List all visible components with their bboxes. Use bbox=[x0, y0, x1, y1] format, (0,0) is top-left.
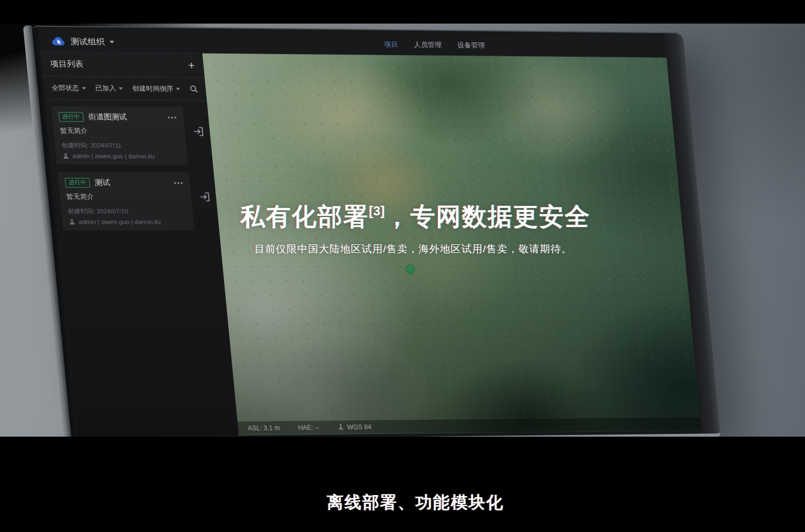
filter-status[interactable]: 全部状态 bbox=[51, 83, 86, 92]
chevron-down-icon bbox=[119, 87, 123, 90]
chevron-down-icon bbox=[82, 87, 86, 89]
org-name: 测试组织 bbox=[70, 36, 105, 47]
sidebar-header: 项目列表 + bbox=[40, 51, 205, 78]
project-card-header: 进行中 街道图测试 bbox=[58, 112, 177, 122]
map-pin[interactable] bbox=[404, 263, 417, 276]
project-members: admin | ziwen.guo | darron.liu bbox=[72, 153, 155, 160]
org-logo-icon bbox=[51, 36, 66, 46]
asl-value: ASL: 3.1 m bbox=[248, 424, 280, 431]
more-menu-icon[interactable] bbox=[173, 182, 183, 185]
datum-label: WGS 84 bbox=[347, 423, 372, 431]
member-icon bbox=[69, 219, 76, 225]
filter-row: 全部状态 已加入 创建时间倒序 bbox=[43, 77, 207, 101]
enter-project-button[interactable] bbox=[198, 191, 212, 204]
project-row: 进行中 街道图测试 暂无简介 创建时间: 2024/07/1 bbox=[45, 100, 213, 166]
project-name: 测试 bbox=[94, 178, 174, 188]
status-badge: 进行中 bbox=[58, 112, 84, 122]
nav-tabs: 项目 人员管理 设备管理 bbox=[383, 34, 486, 55]
add-project-button[interactable]: + bbox=[188, 59, 195, 71]
project-card-header: 进行中 测试 bbox=[65, 178, 184, 188]
filter-status-label: 全部状态 bbox=[51, 83, 79, 92]
photo-background: 测试组织 项目 人员管理 设备管理 项目列表 + bbox=[0, 24, 805, 437]
tab-personnel[interactable]: 人员管理 bbox=[414, 40, 442, 50]
search-icon[interactable] bbox=[189, 85, 199, 93]
filter-joined-label: 已加入 bbox=[95, 84, 116, 93]
project-created: 创建时间: 2024/07/10 bbox=[68, 207, 187, 215]
headline-rest: ，专网数据更安全 bbox=[385, 203, 591, 230]
filter-sort[interactable]: 创建时间倒序 bbox=[132, 84, 181, 94]
datum-item: WGS 84 bbox=[337, 423, 371, 431]
org-switcher[interactable]: 测试组织 bbox=[51, 36, 115, 47]
enter-project-button[interactable] bbox=[191, 125, 206, 138]
headline-main: 私有化部署 bbox=[240, 203, 369, 230]
project-card[interactable]: 进行中 街道图测试 暂无简介 创建时间: 2024/07/1 bbox=[51, 106, 188, 165]
project-card[interactable]: 进行中 测试 暂无简介 创建时间: 2024/07/10 bbox=[57, 172, 194, 230]
project-list-title: 项目列表 bbox=[50, 58, 84, 69]
member-icon bbox=[62, 153, 69, 159]
project-desc: 暂无简介 bbox=[59, 126, 178, 136]
filter-sort-label: 创建时间倒序 bbox=[132, 84, 174, 93]
project-desc: 暂无简介 bbox=[66, 192, 185, 201]
project-members-row: admin | ziwen.guo | darron.liu bbox=[62, 153, 181, 160]
bottom-caption: 离线部署、功能模块化 bbox=[327, 491, 504, 514]
antenna-icon bbox=[337, 424, 344, 431]
project-name: 街道图测试 bbox=[88, 112, 168, 122]
status-badge: 进行中 bbox=[65, 178, 91, 188]
bottom-band: 离线部署、功能模块化 bbox=[0, 437, 805, 532]
project-row: 进行中 测试 暂无简介 创建时间: 2024/07/10 bbox=[51, 166, 219, 231]
chevron-down-icon bbox=[109, 41, 114, 43]
more-menu-icon[interactable] bbox=[167, 116, 177, 119]
project-members-row: admin | ziwen.guo | darron.liu bbox=[69, 219, 188, 225]
filter-joined[interactable]: 已加入 bbox=[95, 84, 123, 93]
tab-projects[interactable]: 项目 bbox=[384, 40, 398, 49]
project-members: admin | ziwen.guo | darron.liu bbox=[78, 219, 161, 225]
hae-value: HAE: -- bbox=[298, 424, 320, 431]
headline: 私有化部署[3]，专网数据更安全 bbox=[240, 200, 590, 234]
project-created: 创建时间: 2024/07/11 bbox=[61, 141, 180, 150]
app-screen: 测试组织 项目 人员管理 设备管理 项目列表 + bbox=[39, 31, 702, 437]
map-statusbar: ASL: 3.1 m HAE: -- W bbox=[237, 417, 701, 435]
chevron-down-icon bbox=[176, 87, 180, 90]
tab-devices[interactable]: 设备管理 bbox=[457, 41, 486, 50]
headline-superscript: [3] bbox=[369, 204, 384, 218]
stage: 测试组织 项目 人员管理 设备管理 项目列表 + bbox=[0, 0, 805, 532]
subtitle: 目前仅限中国大陆地区试用/售卖，海外地区试用/售卖，敬请期待。 bbox=[255, 242, 572, 256]
